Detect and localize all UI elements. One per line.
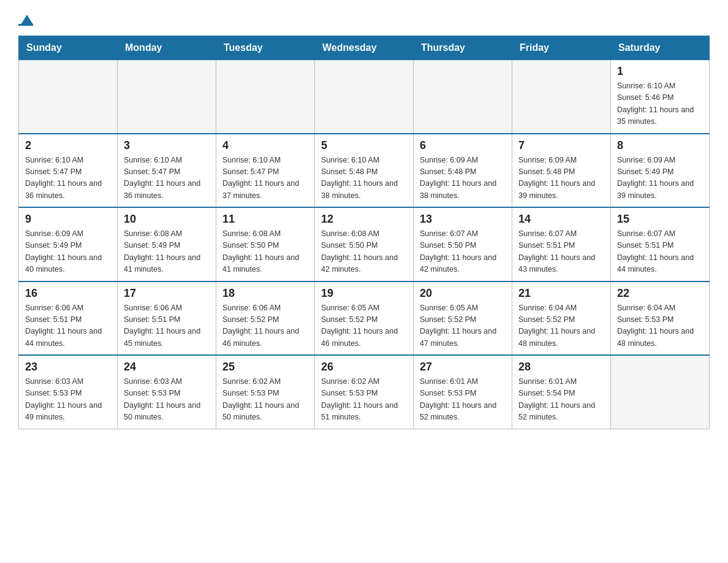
day-info: Sunrise: 6:06 AM Sunset: 5:51 PM Dayligh… <box>25 302 111 350</box>
day-header-saturday: Saturday <box>611 36 710 60</box>
calendar-cell: 17Sunrise: 6:06 AM Sunset: 5:51 PM Dayli… <box>118 282 216 356</box>
day-number: 21 <box>518 287 604 300</box>
calendar-cell <box>216 60 315 134</box>
calendar-cell: 3Sunrise: 6:10 AM Sunset: 5:47 PM Daylig… <box>118 134 216 208</box>
day-info: Sunrise: 6:04 AM Sunset: 5:52 PM Dayligh… <box>518 302 604 350</box>
day-number: 22 <box>617 287 703 300</box>
calendar-cell <box>315 60 414 134</box>
day-number: 12 <box>321 213 407 226</box>
day-info: Sunrise: 6:05 AM Sunset: 5:52 PM Dayligh… <box>420 302 506 350</box>
day-info: Sunrise: 6:10 AM Sunset: 5:47 PM Dayligh… <box>222 155 308 202</box>
day-info: Sunrise: 6:02 AM Sunset: 5:53 PM Dayligh… <box>222 376 308 424</box>
calendar-cell: 5Sunrise: 6:10 AM Sunset: 5:48 PM Daylig… <box>315 134 414 208</box>
day-number: 23 <box>25 361 111 373</box>
calendar-cell: 14Sunrise: 6:07 AM Sunset: 5:51 PM Dayli… <box>512 207 611 282</box>
day-header-monday: Monday <box>118 36 216 60</box>
calendar-cell: 28Sunrise: 6:01 AM Sunset: 5:54 PM Dayli… <box>512 355 611 429</box>
calendar-week-row: 2Sunrise: 6:10 AM Sunset: 5:47 PM Daylig… <box>19 134 710 208</box>
day-info: Sunrise: 6:07 AM Sunset: 5:51 PM Dayligh… <box>518 228 604 276</box>
day-info: Sunrise: 6:10 AM Sunset: 5:47 PM Dayligh… <box>124 155 210 202</box>
day-number: 4 <box>222 139 308 152</box>
calendar-cell: 25Sunrise: 6:02 AM Sunset: 5:53 PM Dayli… <box>216 355 315 429</box>
day-number: 1 <box>617 65 703 78</box>
calendar-cell: 22Sunrise: 6:04 AM Sunset: 5:53 PM Dayli… <box>611 282 710 356</box>
calendar-cell: 27Sunrise: 6:01 AM Sunset: 5:53 PM Dayli… <box>414 355 512 429</box>
day-info: Sunrise: 6:09 AM Sunset: 5:49 PM Dayligh… <box>25 228 111 276</box>
day-number: 25 <box>222 361 308 373</box>
day-header-tuesday: Tuesday <box>216 36 315 60</box>
calendar-cell <box>19 60 118 134</box>
day-info: Sunrise: 6:09 AM Sunset: 5:48 PM Dayligh… <box>420 155 506 202</box>
calendar-cell: 21Sunrise: 6:04 AM Sunset: 5:52 PM Dayli… <box>512 282 611 356</box>
day-info: Sunrise: 6:01 AM Sunset: 5:54 PM Dayligh… <box>518 376 604 424</box>
day-number: 14 <box>518 213 604 226</box>
calendar-cell: 6Sunrise: 6:09 AM Sunset: 5:48 PM Daylig… <box>414 134 512 208</box>
logo-underline <box>18 24 33 26</box>
calendar-cell: 12Sunrise: 6:08 AM Sunset: 5:50 PM Dayli… <box>315 207 414 282</box>
day-number: 10 <box>124 213 210 226</box>
day-number: 24 <box>124 361 210 373</box>
day-number: 27 <box>420 361 506 373</box>
logo <box>18 15 33 26</box>
day-info: Sunrise: 6:10 AM Sunset: 5:47 PM Dayligh… <box>25 155 111 202</box>
day-info: Sunrise: 6:09 AM Sunset: 5:49 PM Dayligh… <box>617 155 703 202</box>
day-number: 8 <box>617 139 703 152</box>
calendar-cell: 20Sunrise: 6:05 AM Sunset: 5:52 PM Dayli… <box>414 282 512 356</box>
calendar-cell: 19Sunrise: 6:05 AM Sunset: 5:52 PM Dayli… <box>315 282 414 356</box>
calendar-cell <box>611 355 710 429</box>
calendar-cell: 1Sunrise: 6:10 AM Sunset: 5:46 PM Daylig… <box>611 60 710 134</box>
day-number: 28 <box>518 361 604 373</box>
day-info: Sunrise: 6:10 AM Sunset: 5:48 PM Dayligh… <box>321 155 407 202</box>
calendar-week-row: 16Sunrise: 6:06 AM Sunset: 5:51 PM Dayli… <box>19 282 710 356</box>
calendar-week-row: 23Sunrise: 6:03 AM Sunset: 5:53 PM Dayli… <box>19 355 710 429</box>
day-number: 13 <box>420 213 506 226</box>
calendar-table: SundayMondayTuesdayWednesdayThursdayFrid… <box>18 36 710 429</box>
calendar-cell: 2Sunrise: 6:10 AM Sunset: 5:47 PM Daylig… <box>19 134 118 208</box>
day-number: 7 <box>518 139 604 152</box>
day-number: 3 <box>124 139 210 152</box>
calendar-cell <box>118 60 216 134</box>
day-number: 18 <box>222 287 308 300</box>
calendar-cell: 13Sunrise: 6:07 AM Sunset: 5:50 PM Dayli… <box>414 207 512 282</box>
day-number: 26 <box>321 361 407 373</box>
day-info: Sunrise: 6:05 AM Sunset: 5:52 PM Dayligh… <box>321 302 407 350</box>
day-info: Sunrise: 6:01 AM Sunset: 5:53 PM Dayligh… <box>420 376 506 424</box>
calendar-cell: 10Sunrise: 6:08 AM Sunset: 5:49 PM Dayli… <box>118 207 216 282</box>
calendar-header-row: SundayMondayTuesdayWednesdayThursdayFrid… <box>19 36 710 60</box>
day-info: Sunrise: 6:04 AM Sunset: 5:53 PM Dayligh… <box>617 302 703 350</box>
calendar-cell: 18Sunrise: 6:06 AM Sunset: 5:52 PM Dayli… <box>216 282 315 356</box>
day-number: 17 <box>124 287 210 300</box>
day-info: Sunrise: 6:06 AM Sunset: 5:51 PM Dayligh… <box>124 302 210 350</box>
day-info: Sunrise: 6:09 AM Sunset: 5:48 PM Dayligh… <box>518 155 604 202</box>
calendar-cell: 23Sunrise: 6:03 AM Sunset: 5:53 PM Dayli… <box>19 355 118 429</box>
day-info: Sunrise: 6:10 AM Sunset: 5:46 PM Dayligh… <box>617 80 703 128</box>
day-info: Sunrise: 6:06 AM Sunset: 5:52 PM Dayligh… <box>222 302 308 350</box>
day-number: 20 <box>420 287 506 300</box>
day-header-friday: Friday <box>512 36 611 60</box>
calendar-week-row: 9Sunrise: 6:09 AM Sunset: 5:49 PM Daylig… <box>19 207 710 282</box>
day-info: Sunrise: 6:08 AM Sunset: 5:50 PM Dayligh… <box>222 228 308 276</box>
calendar-cell: 24Sunrise: 6:03 AM Sunset: 5:53 PM Dayli… <box>118 355 216 429</box>
calendar-cell <box>414 60 512 134</box>
day-header-sunday: Sunday <box>19 36 118 60</box>
day-number: 15 <box>617 213 703 226</box>
day-info: Sunrise: 6:08 AM Sunset: 5:49 PM Dayligh… <box>124 228 210 276</box>
day-number: 6 <box>420 139 506 152</box>
calendar-cell: 16Sunrise: 6:06 AM Sunset: 5:51 PM Dayli… <box>19 282 118 356</box>
calendar-cell: 7Sunrise: 6:09 AM Sunset: 5:48 PM Daylig… <box>512 134 611 208</box>
calendar-week-row: 1Sunrise: 6:10 AM Sunset: 5:46 PM Daylig… <box>19 60 710 134</box>
page-header <box>18 15 710 26</box>
calendar-cell: 4Sunrise: 6:10 AM Sunset: 5:47 PM Daylig… <box>216 134 315 208</box>
calendar-cell <box>512 60 611 134</box>
day-info: Sunrise: 6:07 AM Sunset: 5:50 PM Dayligh… <box>420 228 506 276</box>
day-info: Sunrise: 6:02 AM Sunset: 5:53 PM Dayligh… <box>321 376 407 424</box>
calendar-cell: 26Sunrise: 6:02 AM Sunset: 5:53 PM Dayli… <box>315 355 414 429</box>
logo-triangle-icon <box>21 15 33 25</box>
day-number: 5 <box>321 139 407 152</box>
day-info: Sunrise: 6:08 AM Sunset: 5:50 PM Dayligh… <box>321 228 407 276</box>
calendar-cell: 15Sunrise: 6:07 AM Sunset: 5:51 PM Dayli… <box>611 207 710 282</box>
day-info: Sunrise: 6:07 AM Sunset: 5:51 PM Dayligh… <box>617 228 703 276</box>
day-number: 11 <box>222 213 308 226</box>
day-header-thursday: Thursday <box>414 36 512 60</box>
day-number: 9 <box>25 213 111 226</box>
